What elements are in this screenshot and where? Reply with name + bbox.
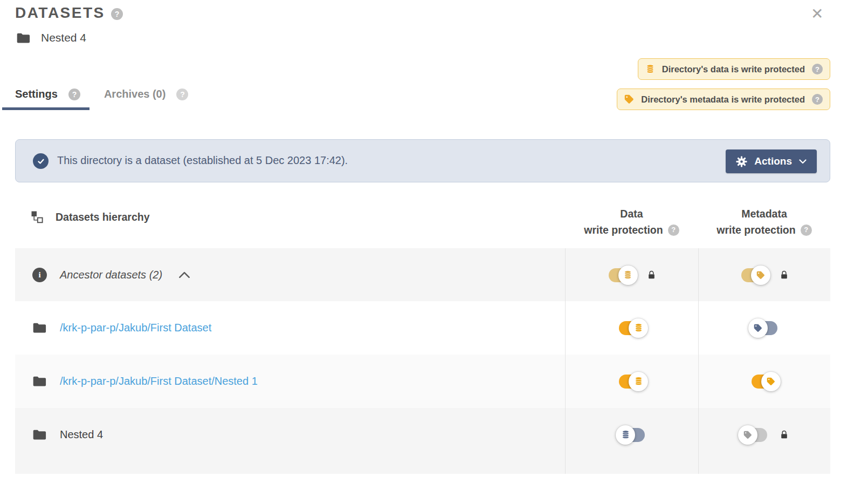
dataset-name: Nested 4 (60, 428, 103, 441)
actions-button[interactable]: Actions (726, 149, 817, 173)
toggle-knob (629, 318, 648, 338)
lock-icon (780, 270, 788, 280)
current-directory-name: Nested 4 (41, 31, 86, 44)
table-row-current-nested-4: Nested 4 (15, 408, 830, 474)
toggle-knob (761, 372, 781, 391)
ancestors-label: Ancestor datasets (2) (60, 269, 162, 281)
current-directory: Nested 4 (16, 31, 86, 44)
tab-settings[interactable]: Settings ? (15, 88, 80, 100)
badge-label: Directory's metadata is write protected (641, 94, 805, 105)
metadata-protection-toggle[interactable] (752, 321, 777, 335)
active-tab-indicator (2, 107, 89, 110)
hierarchy-icon (31, 210, 44, 223)
data-protection-toggle[interactable] (619, 375, 645, 389)
dataset-status-banner: This directory is a dataset (established… (15, 139, 830, 182)
chevron-up-icon[interactable] (178, 271, 190, 278)
metadata-protection-toggle[interactable] (741, 268, 767, 282)
folder-icon (16, 32, 31, 44)
datasets-help-icon[interactable]: ? (111, 8, 123, 20)
dataset-path-link[interactable]: /krk-p-par-p/Jakub/First Dataset/Nested … (60, 375, 258, 387)
page-title: DATASETS (15, 4, 105, 22)
data-write-protected-badge: Directory's data is write protected ? (638, 58, 830, 80)
toggle-knob (618, 266, 638, 285)
lock-icon (780, 430, 788, 439)
close-icon[interactable]: ✕ (811, 3, 823, 24)
datasets-hierarchy-table: i Ancestor datasets (2) (15, 248, 830, 474)
dataset-path-link[interactable]: /krk-p-par-p/Jakub/First Dataset (60, 322, 211, 334)
metadata-protection-toggle[interactable] (752, 375, 777, 389)
lock-icon (647, 270, 656, 280)
hierarchy-header: Datasets hierarchy (31, 210, 150, 223)
data-protection-toggle[interactable] (619, 321, 645, 335)
settings-help-icon[interactable]: ? (68, 89, 80, 100)
data-protection-toggle[interactable] (619, 428, 645, 442)
table-row-nested-1: /krk-p-par-p/Jakub/First Dataset/Nested … (15, 355, 830, 408)
badge-help-icon[interactable]: ? (812, 94, 823, 105)
data-protection-toggle[interactable] (609, 268, 635, 282)
database-icon (645, 64, 655, 74)
column-header-data-write-protection: Data write protection ? (565, 206, 698, 238)
metadata-protection-toggle[interactable] (741, 428, 767, 442)
toggle-knob (738, 425, 757, 445)
metadata-protection-help-icon[interactable]: ? (801, 225, 812, 236)
table-row-first-dataset: /krk-p-par-p/Jakub/First Dataset (15, 301, 830, 355)
column-header-metadata-write-protection: Metadata write protection ? (698, 206, 830, 238)
folder-icon (32, 322, 47, 334)
check-circle-icon (33, 153, 49, 169)
badge-help-icon[interactable]: ? (812, 64, 823, 74)
toggle-knob (616, 425, 635, 445)
banner-message: This directory is a dataset (established… (57, 154, 348, 167)
folder-icon (32, 428, 47, 441)
info-icon: i (32, 268, 47, 282)
folder-icon (32, 375, 47, 387)
metadata-write-protected-badge: Directory's metadata is write protected … (617, 89, 830, 110)
archives-help-icon[interactable]: ? (176, 89, 188, 100)
tab-archives[interactable]: Archives (0) ? (104, 88, 189, 100)
chevron-down-icon (799, 159, 807, 164)
protection-badges: Directory's data is write protected ? Di… (617, 58, 830, 110)
badge-label: Directory's data is write protected (662, 64, 805, 74)
tab-bar: Settings ? Archives (0) ? (15, 88, 188, 100)
toggle-knob (751, 266, 770, 285)
tag-icon (624, 94, 634, 104)
toggle-knob (629, 372, 648, 391)
datasets-panel: DATASETS ? ✕ Nested 4 Directory's data i… (0, 0, 868, 483)
table-row-ancestors: i Ancestor datasets (2) (15, 248, 830, 301)
toggle-knob (748, 318, 768, 338)
data-protection-help-icon[interactable]: ? (668, 225, 679, 236)
gear-icon (736, 156, 747, 167)
